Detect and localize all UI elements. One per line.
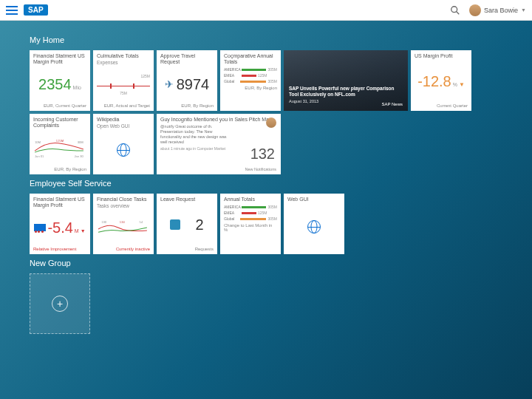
sap-logo: SAP xyxy=(24,4,48,16)
tile-close-tasks[interactable]: Financial Close Tasks Tasks overview 130… xyxy=(93,194,154,254)
svg-text:125M: 125M xyxy=(56,139,64,143)
menu-icon[interactable] xyxy=(6,6,18,15)
tile-comparative-annual[interactable]: Coçmparative Annual Totals AMERICA305MEM… xyxy=(220,50,281,111)
svg-text:10M: 10M xyxy=(35,140,41,144)
svg-text:54: 54 xyxy=(140,220,143,224)
svg-text:130: 130 xyxy=(101,220,107,224)
tile-leave-request[interactable]: Leave Request 2 Requests xyxy=(157,194,217,254)
svg-point-0 xyxy=(451,6,457,12)
annual-bars: AMERICA305MEMEA125MGlobal305M xyxy=(224,205,277,221)
tile-news[interactable]: SAP Unveils Powerful new player Comparis… xyxy=(284,50,408,111)
search-icon[interactable] xyxy=(450,5,460,16)
truck-icon xyxy=(34,224,46,231)
plus-icon: + xyxy=(52,296,68,312)
username-label: Sara Bowie xyxy=(484,7,518,14)
comparative-bars: AMERICA305MEMEA125MGlobal305M xyxy=(224,67,277,83)
section-title-ess: Employee Self Service xyxy=(30,179,502,188)
tile-wikipedia[interactable]: Wikipedia Open Web GUI xyxy=(93,114,154,174)
tile-ess-margin[interactable]: Financial Statment US Margin Profit -5.4… xyxy=(30,194,90,254)
feed-avatar xyxy=(266,117,276,128)
add-tile-button[interactable]: + xyxy=(30,273,90,334)
svg-text:134: 134 xyxy=(120,220,126,224)
tile-notification-feed[interactable]: Guy Incognito Mentioned you in Sales Pit… xyxy=(157,114,281,174)
globe-icon xyxy=(117,143,130,157)
airplane-icon: ✈ xyxy=(165,78,174,90)
tile-margin-profit[interactable]: Financial Statment US Margin Profit 2354… xyxy=(30,50,90,111)
svg-text:Jan 01: Jan 01 xyxy=(35,154,44,158)
person-icon xyxy=(170,219,180,230)
tile-approve-travel[interactable]: Approve Travel Request ✈ 8974 EUR, By Re… xyxy=(157,50,217,111)
tile-cumulative-totals[interactable]: Culmulative Totals Expenses 125M 75M EUR… xyxy=(93,50,154,111)
app-header: SAP Sara Bowie ▼ xyxy=(0,0,532,21)
tile-incoming-complaints[interactable]: Incoming Customer Complaints 10M 125M 30… xyxy=(30,114,90,174)
tile-web-gui[interactable]: Web GUI xyxy=(284,194,344,254)
globe-icon xyxy=(307,220,321,233)
chevron-down-icon[interactable]: ▼ xyxy=(521,7,526,13)
user-avatar[interactable] xyxy=(469,4,481,16)
svg-line-1 xyxy=(457,11,460,14)
svg-text:Jan 30: Jan 30 xyxy=(75,154,84,158)
section-title-newgroup: New Group xyxy=(30,259,502,267)
tile-us-margin[interactable]: US Margin Profit -12.8%▼ Current Quarter xyxy=(411,50,471,111)
tile-annual-totals[interactable]: Annual Totals AMERICA305MEMEA125MGlobal3… xyxy=(220,194,281,254)
svg-text:30M: 30M xyxy=(78,140,84,144)
section-title-home: My Home xyxy=(30,35,502,44)
